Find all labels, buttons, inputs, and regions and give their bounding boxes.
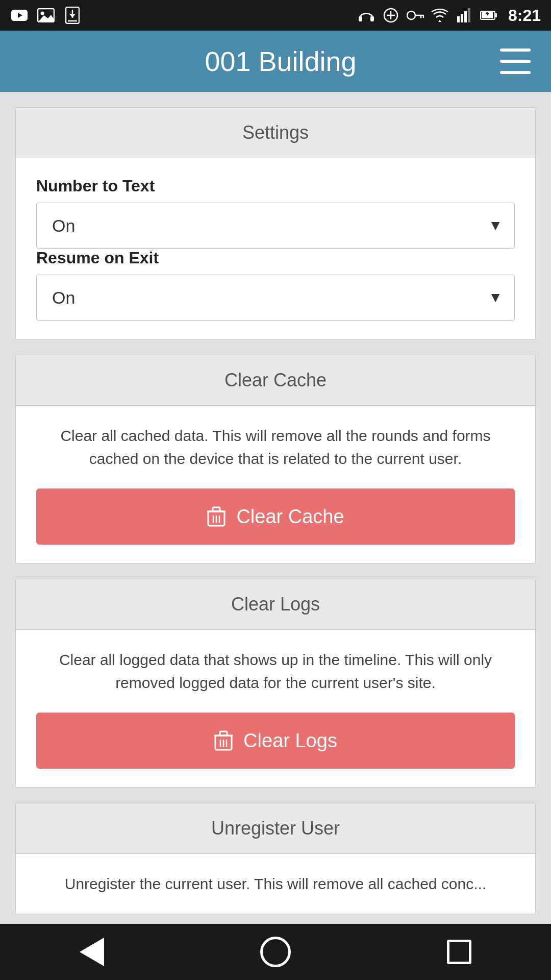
svg-rect-21 bbox=[468, 8, 470, 22]
svg-point-14 bbox=[407, 11, 415, 19]
back-arrow-icon bbox=[80, 938, 104, 966]
unregister-user-description: Unregister the current user. This will r… bbox=[36, 872, 515, 895]
clear-logs-description: Clear all logged data that shows up in t… bbox=[36, 648, 515, 694]
menu-line-3 bbox=[500, 71, 531, 74]
bottom-nav-bar bbox=[0, 924, 551, 980]
svg-rect-24 bbox=[495, 13, 497, 17]
plus-circle-icon bbox=[382, 6, 400, 24]
resume-on-exit-label: Resume on Exit bbox=[36, 249, 515, 267]
unregister-user-body: Unregister the current user. This will r… bbox=[16, 854, 535, 914]
clear-logs-button-label: Clear Logs bbox=[243, 730, 337, 752]
hamburger-menu-button[interactable] bbox=[500, 48, 531, 74]
unregister-user-header: Unregister User bbox=[16, 803, 535, 854]
battery-icon bbox=[480, 6, 498, 24]
number-to-text-setting: Number to Text On Off ▼ bbox=[36, 177, 515, 249]
recent-apps-button[interactable] bbox=[436, 929, 482, 975]
status-bar-right-icons: 8:21 bbox=[357, 6, 541, 25]
svg-rect-36 bbox=[220, 731, 227, 736]
svg-rect-30 bbox=[213, 507, 220, 511]
nav-bar: 001 Building bbox=[0, 31, 551, 92]
status-bar-left-icons bbox=[10, 6, 82, 24]
resume-on-exit-setting: Resume on Exit On Off ▼ bbox=[36, 249, 515, 321]
signal-icon bbox=[455, 6, 473, 24]
settings-body: Number to Text On Off ▼ Resume on Exit O… bbox=[16, 158, 535, 339]
settings-header: Settings bbox=[16, 108, 535, 158]
svg-rect-20 bbox=[464, 11, 467, 22]
key-icon bbox=[406, 6, 424, 24]
back-button[interactable] bbox=[69, 929, 115, 975]
trash-icon-logs bbox=[214, 729, 233, 752]
svg-rect-9 bbox=[359, 16, 362, 21]
clear-cache-button[interactable]: Clear Cache bbox=[36, 488, 515, 545]
clear-cache-description: Clear all cached data. This will remove … bbox=[36, 424, 515, 470]
trash-icon bbox=[207, 505, 226, 528]
svg-rect-19 bbox=[461, 14, 463, 22]
clear-cache-section: Clear Cache Clear all cached data. This … bbox=[15, 355, 536, 564]
number-to-text-select[interactable]: On Off bbox=[36, 203, 515, 249]
home-circle-icon bbox=[260, 937, 291, 967]
gallery-icon bbox=[37, 6, 55, 24]
clear-cache-header: Clear Cache bbox=[16, 355, 535, 406]
svg-marker-4 bbox=[38, 15, 54, 22]
clear-logs-header: Clear Logs bbox=[16, 579, 535, 630]
page-title: 001 Building bbox=[61, 45, 500, 77]
svg-rect-18 bbox=[457, 16, 460, 22]
svg-point-3 bbox=[41, 12, 44, 15]
resume-on-exit-select-wrapper: On Off ▼ bbox=[36, 275, 515, 321]
menu-line-2 bbox=[500, 60, 531, 63]
number-to-text-label: Number to Text bbox=[36, 177, 515, 195]
clear-logs-body: Clear all logged data that shows up in t… bbox=[16, 630, 535, 787]
svg-rect-10 bbox=[370, 16, 374, 21]
main-content: Settings Number to Text On Off ▼ Resume … bbox=[0, 92, 551, 924]
headphones-icon bbox=[357, 6, 375, 24]
home-button[interactable] bbox=[253, 929, 298, 975]
clear-logs-button[interactable]: Clear Logs bbox=[36, 713, 515, 769]
menu-line-1 bbox=[500, 48, 531, 52]
number-to-text-select-wrapper: On Off ▼ bbox=[36, 203, 515, 249]
clear-logs-section: Clear Logs Clear all logged data that sh… bbox=[15, 579, 536, 788]
download-icon bbox=[63, 6, 82, 24]
status-time: 8:21 bbox=[508, 6, 541, 25]
settings-section: Settings Number to Text On Off ▼ Resume … bbox=[15, 107, 536, 339]
unregister-user-section: Unregister User Unregister the current u… bbox=[15, 803, 536, 914]
status-bar: 8:21 bbox=[0, 0, 551, 31]
clear-cache-button-label: Clear Cache bbox=[236, 506, 344, 528]
wifi-icon bbox=[431, 6, 449, 24]
clear-cache-body: Clear all cached data. This will remove … bbox=[16, 406, 535, 563]
youtube-icon bbox=[10, 6, 29, 24]
recent-square-icon bbox=[447, 940, 471, 964]
resume-on-exit-select[interactable]: On Off bbox=[36, 275, 515, 321]
